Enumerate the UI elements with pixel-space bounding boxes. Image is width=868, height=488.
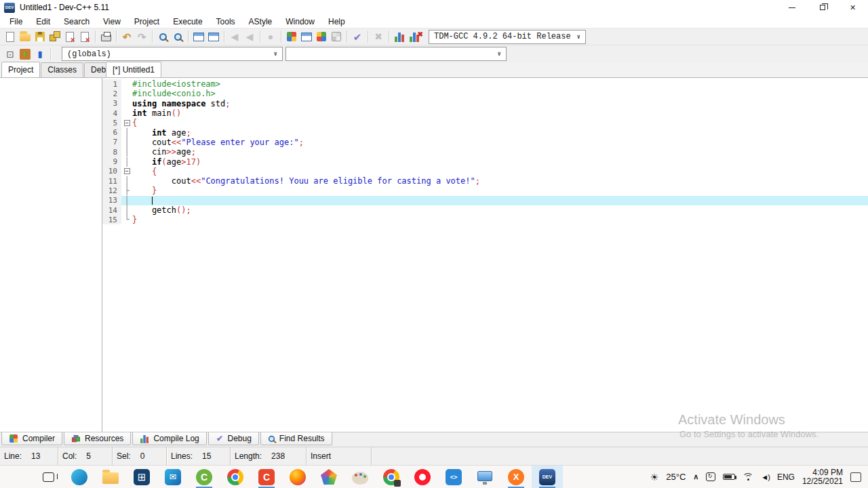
xampp-taskbar-button[interactable]: X xyxy=(500,466,532,488)
fold-margin[interactable]: │ xyxy=(121,196,132,205)
insert-button[interactable] xyxy=(314,29,329,44)
code-editor[interactable]: 1#include<iostream>2#include<conio.h>3us… xyxy=(102,78,868,432)
new-project-button[interactable] xyxy=(284,29,299,44)
profile-button[interactable] xyxy=(392,29,407,44)
compile-disabled-button[interactable]: ◀ xyxy=(227,29,242,44)
fold-collapse-icon[interactable]: − xyxy=(124,120,130,126)
find-in-files-button[interactable] xyxy=(170,29,185,44)
camtasia-recorder-taskbar-button[interactable]: C xyxy=(251,466,282,488)
start-taskbar-button[interactable] xyxy=(1,466,33,488)
menu-search[interactable]: Search xyxy=(57,16,96,28)
menu-tools[interactable]: Tools xyxy=(210,16,242,28)
save-button[interactable] xyxy=(33,29,47,44)
opera-taskbar-button[interactable] xyxy=(407,466,438,488)
vscode-taskbar-button[interactable]: <> xyxy=(438,466,469,488)
close-all-button[interactable]: ✕ xyxy=(77,29,92,44)
new-file-button[interactable] xyxy=(3,29,18,44)
abort-button[interactable]: ✖ xyxy=(371,29,386,44)
class-browser-button[interactable]: ▮ xyxy=(33,47,47,62)
fold-margin[interactable]: ├ xyxy=(121,186,132,195)
fold-margin[interactable]: │ xyxy=(121,205,132,215)
this-pc-taskbar-button[interactable] xyxy=(469,466,500,488)
fold-margin[interactable] xyxy=(121,108,132,118)
redo-button[interactable]: ↷ xyxy=(134,29,149,44)
microsoft-store-taskbar-button[interactable]: ⊞ xyxy=(126,466,157,488)
tab-compile-log[interactable]: Compile Log xyxy=(132,432,206,445)
menu-execute[interactable]: Execute xyxy=(166,16,209,28)
toggle-button[interactable] xyxy=(329,29,344,44)
window-layout-button[interactable] xyxy=(299,29,314,44)
menu-view[interactable]: View xyxy=(96,16,127,28)
dev-cpp-taskbar-button[interactable]: DEV xyxy=(532,466,563,488)
goto-line-button[interactable] xyxy=(206,29,221,44)
menu-window[interactable]: Window xyxy=(279,16,321,28)
compiler-select[interactable]: TDM-GCC 4.9.2 64-bit Release ∨ xyxy=(429,30,586,44)
print-button[interactable] xyxy=(98,29,113,44)
tab-compiler[interactable]: Compiler xyxy=(1,432,62,445)
open-file-button[interactable] xyxy=(18,29,33,44)
photos-icon xyxy=(321,469,337,485)
fold-margin[interactable]: │ xyxy=(121,127,132,137)
fold-margin[interactable]: − xyxy=(121,118,132,127)
code-text: cin>>age; xyxy=(132,147,868,157)
undo-button[interactable]: ↶ xyxy=(119,29,134,44)
globals-select[interactable]: (globals) ∨ xyxy=(62,47,283,61)
save-all-button[interactable] xyxy=(47,29,62,44)
fold-margin[interactable]: │ xyxy=(121,147,132,157)
menu-astyle[interactable]: AStyle xyxy=(242,16,279,28)
tab-resources[interactable]: Resources xyxy=(64,432,131,445)
chrome-profile-taskbar-button[interactable] xyxy=(376,466,407,488)
find-button[interactable] xyxy=(155,29,170,44)
mail-taskbar-button[interactable]: ✉ xyxy=(157,466,189,488)
fold-margin[interactable] xyxy=(121,89,132,98)
run-disabled-button[interactable]: ◀ xyxy=(242,29,257,44)
syntax-check-button[interactable]: ✔ xyxy=(350,29,365,44)
fold-margin[interactable]: │ xyxy=(121,157,132,166)
weather-icon[interactable]: ☀ xyxy=(650,472,659,482)
tab-project[interactable]: Project xyxy=(1,62,40,77)
file-explorer-taskbar-button[interactable] xyxy=(95,466,126,488)
camtasia-taskbar-button[interactable]: C xyxy=(189,466,220,488)
language-indicator[interactable]: ENG xyxy=(777,472,795,482)
goto-declaration-button[interactable]: ⊡ xyxy=(3,47,18,62)
tab-classes[interactable]: Classes xyxy=(41,62,83,77)
temperature-label[interactable]: 25°C xyxy=(666,472,686,482)
firefox-taskbar-button[interactable] xyxy=(282,466,313,488)
add-item-button[interactable]: + xyxy=(18,47,33,62)
chrome-taskbar-button[interactable] xyxy=(220,466,251,488)
minimize-button[interactable] xyxy=(776,0,807,15)
tab-debug[interactable]: ✔Debug xyxy=(208,432,259,445)
fold-margin[interactable]: └ xyxy=(121,215,132,224)
tab-find-results[interactable]: Find Results xyxy=(260,432,332,445)
menu-project[interactable]: Project xyxy=(127,16,166,28)
wifi-icon[interactable] xyxy=(743,473,753,481)
project-panel[interactable] xyxy=(0,78,102,432)
close-button[interactable]: ✕ xyxy=(62,29,77,44)
menu-file[interactable]: File xyxy=(3,16,29,28)
battery-icon[interactable] xyxy=(723,474,735,480)
fold-margin[interactable]: │ xyxy=(121,138,132,147)
project-window-button[interactable] xyxy=(191,29,206,44)
fold-margin[interactable]: │ xyxy=(121,176,132,186)
clock[interactable]: 4:09 PM 12/25/2021 xyxy=(802,468,843,486)
fold-margin[interactable] xyxy=(121,79,132,89)
edge-taskbar-button[interactable] xyxy=(64,466,95,488)
members-select[interactable]: ∨ xyxy=(285,47,507,61)
notification-center-icon[interactable] xyxy=(850,472,861,482)
fold-margin[interactable] xyxy=(121,99,132,108)
restore-button[interactable] xyxy=(807,0,837,15)
tab-untitled1[interactable]: [*] Untitled1 xyxy=(106,62,161,77)
compile-run-disabled-button[interactable]: ● xyxy=(263,29,278,44)
fold-collapse-icon[interactable]: − xyxy=(124,168,130,174)
volume-icon[interactable]: ◄) xyxy=(761,473,770,481)
photos-taskbar-button[interactable] xyxy=(313,466,344,488)
menu-edit[interactable]: Edit xyxy=(29,16,57,28)
paint-taskbar-button[interactable] xyxy=(344,466,376,488)
delete-profile-button[interactable]: ✖ xyxy=(407,29,422,44)
menu-help[interactable]: Help xyxy=(321,16,352,28)
fold-margin[interactable]: − xyxy=(121,167,132,176)
close-button[interactable]: ✕ xyxy=(837,0,868,15)
task-view-taskbar-button[interactable] xyxy=(33,466,64,488)
rotation-lock-icon[interactable] xyxy=(706,472,715,481)
tray-overflow-chevron-icon[interactable]: ∧ xyxy=(693,472,698,481)
